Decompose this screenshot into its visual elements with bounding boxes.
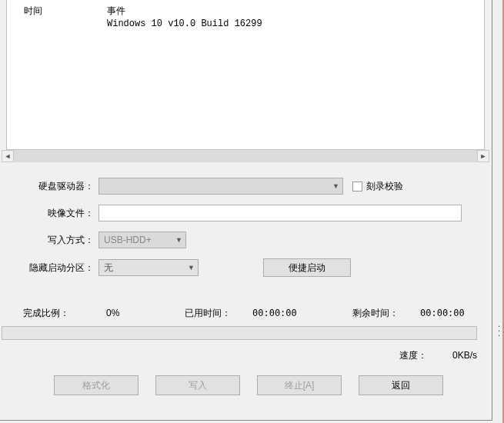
hide-partition-value: 无: [104, 261, 113, 275]
chevron-down-icon: ▼: [332, 182, 339, 190]
complete-value: 0%: [69, 308, 146, 318]
format-button[interactable]: 格式化: [54, 375, 139, 395]
remain-label: 剩余时间：: [323, 307, 399, 320]
scroll-left-arrow[interactable]: ◄: [2, 150, 14, 162]
chevron-down-icon: ▼: [188, 264, 195, 271]
verify-label: 刻录校验: [366, 180, 403, 193]
complete-label: 完成比例：: [0, 307, 69, 320]
hide-partition-dropdown[interactable]: 无 ▼: [98, 259, 199, 276]
write-button[interactable]: 写入: [155, 375, 240, 395]
elapsed-value: 00:00:00: [231, 308, 323, 318]
write-mode-value: USB-HDD+: [104, 235, 152, 245]
scroll-right-arrow[interactable]: ►: [477, 150, 489, 162]
remain-value: 00:00:00: [399, 308, 476, 318]
elapsed-label: 已用时间：: [146, 307, 231, 320]
hide-partition-label: 隐藏启动分区：: [0, 261, 98, 275]
decorative-dots: ...: [498, 321, 500, 335]
hdd-label: 硬盘驱动器：: [0, 180, 98, 193]
write-mode-label: 写入方式：: [0, 234, 98, 247]
verify-checkbox[interactable]: [352, 182, 362, 192]
speed-label: 速度：: [399, 350, 427, 361]
scroll-track[interactable]: [14, 150, 477, 162]
image-label: 映像文件：: [0, 207, 98, 220]
image-file-input[interactable]: [98, 205, 462, 221]
back-button[interactable]: 返回: [359, 375, 443, 395]
log-horizontal-scrollbar[interactable]: ◄ ►: [2, 150, 489, 162]
quick-boot-button[interactable]: 便捷启动: [263, 258, 351, 277]
log-col-time: 时间: [24, 5, 42, 18]
log-col-event: 事件: [107, 5, 125, 18]
progress-bar: [2, 326, 477, 340]
abort-button[interactable]: 终止[A]: [257, 375, 342, 395]
speed-value: 0KB/s: [452, 350, 477, 361]
log-panel: 时间 事件 Windows 10 v10.0 Build 16299: [6, 0, 485, 150]
chevron-down-icon: ▼: [175, 236, 182, 244]
write-mode-dropdown[interactable]: USB-HDD+ ▼: [98, 231, 186, 248]
log-entry: Windows 10 v10.0 Build 16299: [107, 18, 262, 29]
hdd-dropdown[interactable]: ▼: [98, 178, 343, 195]
